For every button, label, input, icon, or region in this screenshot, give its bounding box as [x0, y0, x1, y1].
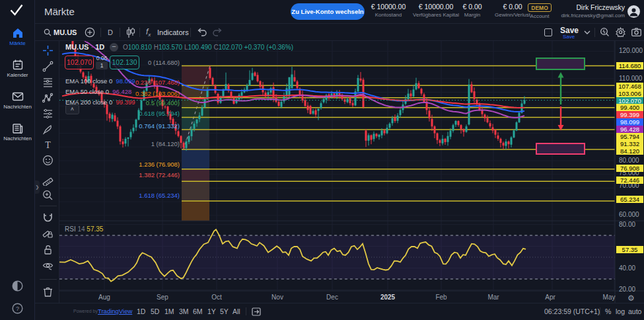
svg-text:T: T [45, 140, 51, 150]
svg-text:?: ? [16, 305, 19, 312]
